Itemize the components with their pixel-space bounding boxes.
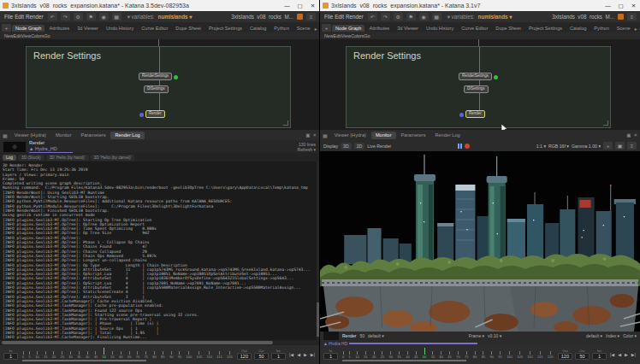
frame-tick[interactable]: 10 <box>35 351 39 359</box>
frame-tick[interactable]: 10 <box>355 351 359 359</box>
nodegraph-canvas[interactable]: Render Settings RenderSettings DlSetting… <box>320 39 640 130</box>
crosshair-icon[interactable]: + <box>603 142 613 150</box>
nodegraph-menu-item[interactable]: New <box>4 33 14 38</box>
view-flag-icon[interactable] <box>494 75 498 79</box>
frame-tick[interactable]: 45 <box>414 351 418 359</box>
frame-tick[interactable]: 75 <box>465 351 468 359</box>
plus-icon[interactable]: + <box>2 24 11 32</box>
frame-tick[interactable]: 90 <box>489 351 493 359</box>
frame-tick[interactable]: 40 <box>86 351 89 359</box>
frame-tick[interactable]: 0 <box>22 351 24 359</box>
menu-icon[interactable]: ≡ <box>627 13 637 21</box>
play-button[interactable]: ▶ <box>624 352 629 357</box>
monitor-menu-icon[interactable]: ≡ <box>627 142 637 150</box>
renderlog-subtab[interactable]: 3D 'Hello (by camel)' <box>91 155 135 161</box>
frame-tick[interactable]: 120 <box>227 351 233 359</box>
panel-close-icon[interactable]: ✕ <box>312 132 317 138</box>
gear-icon[interactable]: ⚙ <box>74 13 83 21</box>
frame-tick[interactable]: 95 <box>178 351 181 359</box>
timeline-range-bar[interactable] <box>22 360 146 361</box>
nodegraph-menu-item[interactable]: Colors <box>351 33 364 38</box>
version-dropdown[interactable]: v0.10 ▾ <box>488 333 501 338</box>
view-flag-icon[interactable] <box>174 75 178 79</box>
main-tab[interactable]: Scene <box>293 25 314 32</box>
target-icon[interactable]: ◉ <box>419 13 429 21</box>
timeline-range-bar[interactable] <box>342 360 466 361</box>
variables-label[interactable]: ▾ variables: <box>447 14 475 20</box>
nodegraph-menu-item[interactable]: Edit <box>334 33 341 38</box>
menu-item[interactable]: Edit <box>334 14 345 20</box>
menu-item[interactable]: File <box>3 14 14 20</box>
step-back-button[interactable]: ◀ <box>296 352 301 357</box>
flag-icon[interactable]: ⚑ <box>406 13 416 21</box>
pop-out-icon[interactable]: ▣ <box>626 132 631 138</box>
plus-icon[interactable]: + <box>322 24 331 32</box>
buffer-thumbnail[interactable] <box>323 332 339 340</box>
undo-icon[interactable]: ↶ <box>48 13 57 21</box>
menu-icon[interactable]: ≡ <box>306 13 316 21</box>
minimize-button[interactable]: — <box>281 0 293 11</box>
main-tab[interactable]: Catalog <box>566 25 590 32</box>
renderlog-subtab[interactable]: 3D (Stuck) <box>18 155 44 161</box>
title-bar[interactable]: 3xIslands_v08_rocks_expansion.katana* - … <box>320 0 640 11</box>
frame-tick[interactable]: 0 <box>342 351 344 359</box>
panel-tab[interactable]: Render Log <box>430 132 464 139</box>
frame-tick[interactable]: 55 <box>110 351 114 359</box>
frame-tick[interactable]: 25 <box>381 351 384 359</box>
alert-icon[interactable] <box>618 14 624 20</box>
frame-tick[interactable]: 95 <box>498 351 501 359</box>
frame-tick[interactable]: 35 <box>397 351 400 359</box>
variables-value[interactable]: numIslands ▾ <box>478 14 513 20</box>
frame-tick[interactable]: 40 <box>406 351 409 359</box>
render-settings-group[interactable]: Render Settings RenderSettings DlSetting… <box>346 46 611 128</box>
panel-tab[interactable]: Parameters <box>77 132 110 139</box>
main-tab[interactable]: Scene <box>613 25 634 32</box>
refresh-dropdown[interactable]: Refresh ▾ <box>298 147 316 152</box>
stop-render-button[interactable] <box>465 144 470 149</box>
frame-tick[interactable]: 20 <box>372 351 376 359</box>
close-button[interactable]: ✕ <box>306 0 319 11</box>
main-tab[interactable]: Curve Editor <box>458 25 491 32</box>
vertical-scrollbar[interactable] <box>317 161 319 340</box>
frame-tick[interactable]: 35 <box>77 351 80 359</box>
go-to-start-button[interactable]: |◀ <box>609 352 615 357</box>
go-to-start-button[interactable]: |◀ <box>288 352 294 357</box>
color-dropdown[interactable]: Color ▾ <box>623 333 637 338</box>
main-tab[interactable]: Dope Sheet <box>492 25 524 32</box>
main-tab[interactable]: Undo History <box>423 25 457 32</box>
group-resize-grip[interactable] <box>603 120 608 126</box>
render-thumbnail[interactable]: ◆ <box>3 142 26 152</box>
panel-tab[interactable]: Monitor <box>51 132 76 139</box>
preset-b-dropdown[interactable]: default ▾ <box>586 333 602 338</box>
main-tab[interactable]: Catalog <box>246 25 270 32</box>
main-tab[interactable]: 3d Viewer <box>394 25 422 32</box>
edit-flag-icon[interactable] <box>459 113 464 117</box>
redo-icon[interactable]: ↷ <box>381 13 390 21</box>
render-settings-group[interactable]: Render Settings RenderSettings DlSetting… <box>26 46 291 128</box>
nodegraph-menu-item[interactable]: New <box>324 33 334 38</box>
nodegraph-menu-item[interactable]: View <box>21 33 31 38</box>
frame-ruler[interactable]: 0510152025303540455055606570758085909510… <box>341 348 555 362</box>
scene-file-tab[interactable]: 3xIslands_v08_rocks_M... <box>552 14 614 20</box>
renderlog-subtab[interactable]: 3D 'Hello (by hand)' <box>46 155 89 161</box>
frame-tick[interactable]: 55 <box>431 351 435 359</box>
frame-tick[interactable]: 50 <box>103 348 106 359</box>
menu-item[interactable]: File <box>323 14 334 20</box>
frame-tick[interactable]: 70 <box>136 351 139 359</box>
nodegraph-canvas[interactable]: Render Settings RenderSettings DlSetting… <box>0 39 319 130</box>
inc-field[interactable]: 1 <box>271 353 286 360</box>
nodegraph-menu-item[interactable]: Colors <box>31 33 44 38</box>
main-tab[interactable]: Python <box>270 25 292 32</box>
frame-tick[interactable]: 115 <box>216 351 222 359</box>
catalog-item[interactable]: ▲ Hydra_HD <box>29 146 73 153</box>
grid-icon[interactable]: ▦ <box>112 13 121 21</box>
render-viewport[interactable] <box>320 151 640 332</box>
out-field[interactable]: 120 <box>237 353 252 360</box>
main-tab[interactable]: Node Graph <box>332 25 364 32</box>
cur-field[interactable]: 50 <box>254 353 269 360</box>
live-render-button[interactable]: Live Render <box>367 144 391 149</box>
menu-item[interactable]: Edit <box>14 14 25 20</box>
cur-field[interactable]: 50 <box>575 353 590 360</box>
frame-tick[interactable]: 120 <box>548 351 554 359</box>
frame-tick[interactable]: 20 <box>52 351 56 359</box>
